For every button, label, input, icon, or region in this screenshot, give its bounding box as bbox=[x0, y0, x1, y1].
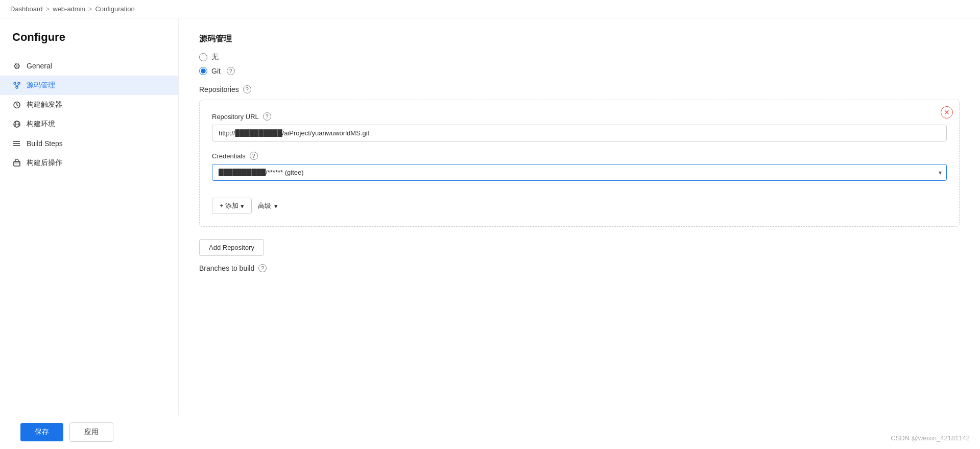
list-icon bbox=[12, 139, 21, 148]
svg-point-2 bbox=[16, 86, 18, 88]
branches-help-icon[interactable]: ? bbox=[258, 264, 267, 272]
sidebar-item-label-general: General bbox=[27, 62, 52, 70]
git-help-icon[interactable]: ? bbox=[227, 67, 235, 75]
svg-point-0 bbox=[14, 82, 16, 84]
content-area: 源码管理 无 Git ? Repositories ? ✕ bbox=[179, 18, 980, 415]
sidebar: Configure ⚙ General 源码管理 bbox=[0, 18, 179, 415]
sidebar-item-source-management[interactable]: 源码管理 bbox=[0, 76, 178, 95]
source-management-icon bbox=[12, 81, 21, 90]
sidebar-item-label-env: 构建环境 bbox=[27, 120, 55, 129]
repositories-label: Repositories ? bbox=[199, 85, 960, 93]
breadcrumb-dashboard[interactable]: Dashboard bbox=[10, 5, 43, 13]
chevron-down-icon: ▾ bbox=[274, 202, 278, 210]
gear-icon: ⚙ bbox=[12, 61, 21, 70]
apply-button[interactable]: 应用 bbox=[69, 422, 113, 442]
credentials-label-text: Credentials bbox=[212, 152, 246, 160]
repository-card: ✕ Repository URL ? Credentials ? ██████ bbox=[199, 100, 960, 227]
advanced-toggle[interactable]: 高级 ▾ bbox=[254, 199, 282, 212]
svg-line-7 bbox=[17, 105, 18, 106]
sidebar-item-label-steps: Build Steps bbox=[27, 139, 63, 148]
breadcrumb-sep-2: > bbox=[88, 5, 92, 13]
repo-url-help-icon[interactable]: ? bbox=[263, 112, 271, 121]
svg-point-16 bbox=[13, 145, 14, 146]
sidebar-item-label-post: 构建后操作 bbox=[27, 158, 62, 168]
radio-git-label: Git bbox=[211, 67, 221, 75]
sidebar-item-label-source: 源码管理 bbox=[27, 81, 55, 90]
sidebar-item-label-triggers: 构建触发器 bbox=[27, 100, 62, 109]
radio-git-option[interactable]: Git ? bbox=[199, 67, 960, 75]
sidebar-title: Configure bbox=[0, 31, 178, 56]
save-button[interactable]: 保存 bbox=[20, 423, 63, 441]
globe-icon bbox=[12, 120, 21, 129]
sidebar-item-post-build[interactable]: 构建后操作 bbox=[0, 153, 178, 173]
sidebar-item-build-triggers[interactable]: 构建触发器 bbox=[0, 95, 178, 114]
repo-url-label-text: Repository URL bbox=[212, 113, 259, 121]
svg-point-14 bbox=[13, 141, 14, 142]
radio-none-label: 无 bbox=[211, 53, 219, 62]
scm-radio-group: 无 Git ? bbox=[199, 53, 960, 75]
repo-url-label: Repository URL ? bbox=[212, 112, 947, 121]
clock-icon bbox=[12, 100, 21, 109]
repositories-help-icon[interactable]: ? bbox=[243, 85, 251, 93]
advanced-label: 高级 bbox=[258, 201, 271, 210]
credentials-select-wrapper: ██████████/****** (gitee) ▾ bbox=[212, 164, 947, 181]
close-repo-button[interactable]: ✕ bbox=[941, 106, 953, 119]
breadcrumb-sep-1: > bbox=[46, 5, 50, 13]
credentials-select[interactable]: ██████████/****** (gitee) bbox=[212, 164, 947, 181]
svg-line-3 bbox=[15, 84, 17, 86]
sidebar-item-general[interactable]: ⚙ General bbox=[0, 56, 178, 76]
repo-url-group: Repository URL ? bbox=[212, 112, 947, 141]
footer-bar: 保存 应用 bbox=[0, 415, 980, 449]
close-icon: ✕ bbox=[944, 109, 950, 116]
svg-point-1 bbox=[18, 82, 20, 84]
add-credentials-button[interactable]: + 添加 ▾ bbox=[212, 198, 252, 214]
box-icon bbox=[12, 158, 21, 168]
add-btn-label: + 添加 bbox=[220, 201, 238, 210]
radio-none-option[interactable]: 无 bbox=[199, 53, 960, 62]
credentials-label: Credentials ? bbox=[212, 152, 947, 160]
radio-none-input[interactable] bbox=[199, 53, 207, 61]
svg-line-4 bbox=[17, 84, 19, 86]
repo-url-input[interactable] bbox=[212, 125, 947, 141]
sidebar-item-build-environment[interactable]: 构建环境 bbox=[0, 114, 178, 134]
repositories-text: Repositories bbox=[199, 85, 239, 93]
credentials-group: Credentials ? ██████████/****** (gitee) … bbox=[212, 152, 947, 181]
branches-label-text: Branches to build bbox=[199, 264, 254, 272]
branches-label: Branches to build ? bbox=[199, 264, 960, 272]
radio-git-input[interactable] bbox=[199, 67, 207, 75]
dropdown-chevron-icon: ▾ bbox=[241, 202, 244, 210]
sidebar-item-build-steps[interactable]: Build Steps bbox=[0, 134, 178, 153]
credentials-help-icon[interactable]: ? bbox=[250, 152, 258, 160]
breadcrumb: Dashboard > web-admin > Configuration bbox=[0, 0, 980, 18]
svg-point-15 bbox=[13, 143, 14, 144]
breadcrumb-current: Configuration bbox=[95, 5, 134, 13]
main-layout: Configure ⚙ General 源码管理 bbox=[0, 18, 980, 415]
section-title: 源码管理 bbox=[199, 34, 960, 44]
add-repository-button[interactable]: Add Repository bbox=[199, 239, 264, 256]
breadcrumb-web-admin[interactable]: web-admin bbox=[53, 5, 85, 13]
add-repository-label: Add Repository bbox=[209, 244, 254, 251]
svg-rect-17 bbox=[14, 161, 20, 166]
